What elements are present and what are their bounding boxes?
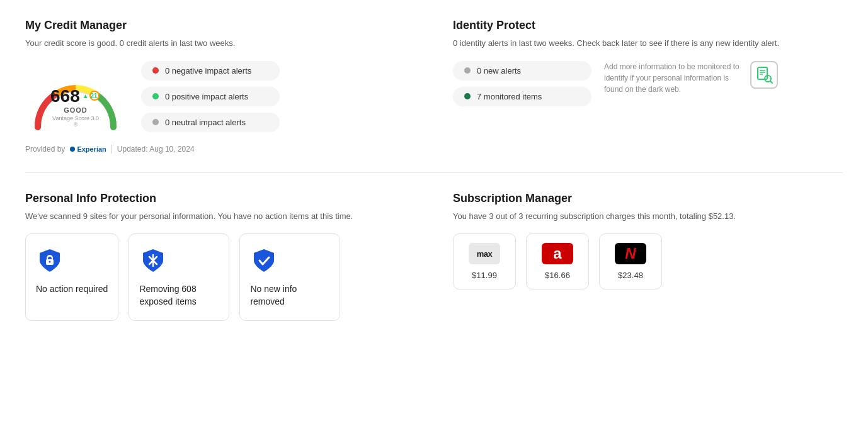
green-dot [152, 93, 159, 99]
doc-search-svg [755, 66, 773, 84]
credit-manager-section: My Credit Manager Your credit score is g… [25, 19, 415, 154]
vantage-label: Vantage Score 3.0 ® [50, 115, 101, 128]
footer-divider [111, 145, 112, 154]
credit-score-gauge: 668 ▲ 21 GOOD Vantage Score 3.0 ® [25, 61, 126, 130]
gray-dot-alerts [464, 67, 471, 74]
experian-badge: Experian [70, 145, 106, 153]
max-logo: max [469, 243, 500, 264]
pip-label-no-action: No action required [36, 283, 108, 296]
neutral-impact-alert: 0 neutral impact alerts [141, 113, 280, 132]
identity-protect-subtitle: 0 identity alerts in last two weeks. Che… [453, 37, 843, 50]
positive-impact-alert: 0 positive impact alerts [141, 87, 280, 106]
sub-card-netflix[interactable]: N $23.48 [599, 233, 662, 289]
credit-alerts-list: 0 negative impact alerts 0 positive impa… [141, 61, 280, 132]
pip-label-no-new-info: No new info removed [250, 283, 329, 308]
gauge-text-container: 668 ▲ 21 GOOD Vantage Score 3.0 ® [50, 86, 101, 128]
pip-label-removing: Removing 608 exposed items [139, 283, 219, 308]
pip-card-no-new-info: No new info removed [239, 233, 340, 321]
max-price: $11.99 [472, 271, 497, 280]
credit-footer: Provided by Experian Updated: Aug 10, 20… [25, 145, 415, 154]
identity-tip-area: Add more information to be monitored to … [604, 61, 778, 95]
svg-line-5 [770, 81, 772, 83]
darkgreen-dot [464, 93, 471, 99]
section-divider [25, 172, 843, 173]
doc-search-icon [750, 61, 778, 89]
svg-point-8 [49, 261, 51, 263]
amazon-price: $16.66 [545, 271, 570, 280]
identity-pills: 0 new alerts 7 monitored items [453, 61, 591, 106]
gauge-label: GOOD [50, 106, 101, 114]
pip-title: Personal Info Protection [25, 192, 415, 205]
negative-impact-alert: 0 negative impact alerts [141, 61, 280, 81]
netflix-price: $23.48 [618, 271, 643, 280]
pip-cards: No action required Removing 608 exposed … [25, 233, 415, 321]
red-dot [152, 67, 159, 74]
sub-card-amazon[interactable]: a $16.66 [526, 233, 589, 289]
sub-card-max[interactable]: max $11.99 [453, 233, 516, 289]
identity-protect-section: Identity Protect 0 identity alerts in la… [453, 19, 843, 154]
svg-rect-0 [758, 67, 767, 79]
identity-tip: Add more information to be monitored to … [604, 61, 743, 95]
amazon-logo: a [542, 243, 573, 264]
gauge-score: 668 ▲ 21 [50, 86, 101, 106]
monitored-items-pill: 7 monitored items [453, 87, 591, 106]
pip-card-removing: Removing 608 exposed items [128, 233, 229, 321]
sub-manager-subtitle: You have 3 out of 3 recurring subscripti… [453, 210, 843, 223]
experian-dot [70, 147, 75, 152]
credit-manager-subtitle: Your credit score is good. 0 credit aler… [25, 37, 415, 50]
netflix-logo: N [615, 243, 646, 264]
pip-card-no-action: No action required [25, 233, 118, 321]
shield-lock-icon [36, 247, 64, 274]
sub-manager-title: Subscription Manager [453, 192, 843, 205]
pip-subtitle: We've scanned 9 sites for your personal … [25, 210, 415, 223]
credit-manager-title: My Credit Manager [25, 19, 415, 32]
subscription-manager-section: Subscription Manager You have 3 out of 3… [453, 192, 843, 322]
gray-dot [152, 119, 159, 125]
score-delta: ▲ 21 [83, 93, 98, 99]
personal-info-protection-section: Personal Info Protection We've scanned 9… [25, 192, 415, 322]
shield-scissors-icon [139, 247, 167, 274]
identity-protect-title: Identity Protect [453, 19, 843, 32]
subscription-cards: max $11.99 a $16.66 N $23.48 [453, 233, 843, 289]
identity-row: 0 new alerts 7 monitored items Add more … [453, 61, 843, 106]
shield-check-icon [250, 247, 278, 274]
new-alerts-pill: 0 new alerts [453, 61, 591, 81]
